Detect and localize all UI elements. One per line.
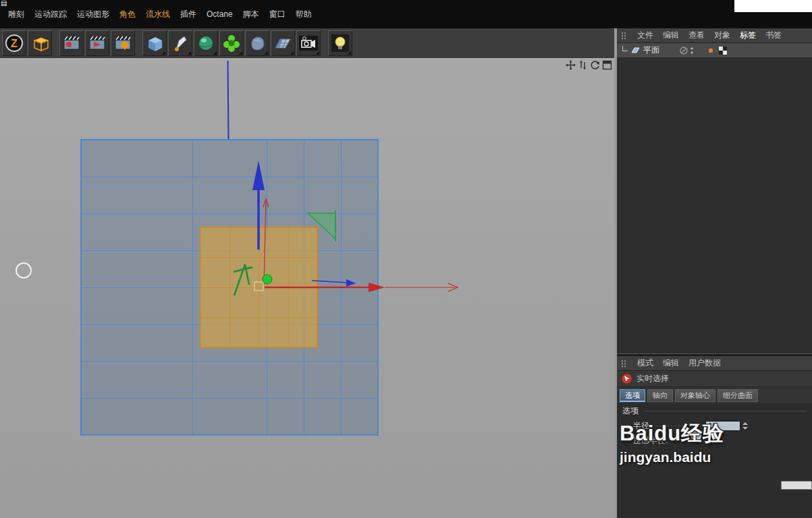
leader-dots: ············· bbox=[656, 422, 703, 430]
world-z-axis-line bbox=[228, 61, 229, 140]
toolbar: Z bbox=[0, 28, 614, 58]
tab-object-axis[interactable]: 对象轴心 bbox=[675, 389, 715, 402]
green-sphere-icon[interactable] bbox=[194, 30, 218, 56]
om-menu-edit[interactable]: 编辑 bbox=[663, 30, 679, 41]
object-name[interactable]: 平面 bbox=[643, 45, 659, 56]
section-divider-line bbox=[644, 411, 807, 411]
render-settings-icon[interactable] bbox=[111, 30, 135, 56]
toolbar-separator bbox=[322, 30, 327, 56]
z-plugin-icon[interactable]: Z bbox=[2, 30, 26, 56]
grid-handle-icon[interactable] bbox=[621, 359, 626, 368]
menu-mograph[interactable]: 运动图形 bbox=[77, 9, 109, 20]
menu-help[interactable]: 帮助 bbox=[296, 9, 312, 20]
menu-motion-tracker[interactable]: 运动跟踪 bbox=[34, 9, 67, 20]
tab-axis[interactable]: 轴向 bbox=[647, 389, 673, 402]
viewport-canvas[interactable] bbox=[0, 58, 614, 518]
section-title: 选项 bbox=[622, 405, 639, 417]
menu-character[interactable]: 角色 bbox=[119, 9, 136, 20]
visibility-slash-icon[interactable] bbox=[679, 45, 688, 56]
background-window-strip bbox=[734, 0, 812, 12]
right-panel: 文件 编辑 查看 对象 标签 书签 平面 模式 编辑 用户数据 bbox=[617, 28, 812, 518]
stone-icon[interactable] bbox=[245, 30, 269, 56]
om-menu-view[interactable]: 查看 bbox=[688, 30, 705, 41]
om-menu-bookmarks[interactable]: 书签 bbox=[765, 30, 782, 41]
pressure-radius-row[interactable]: 压感半径. bbox=[617, 433, 812, 448]
om-menu-object[interactable]: 对象 bbox=[714, 30, 730, 41]
plane-object-icon bbox=[630, 45, 641, 55]
menu-script[interactable]: 脚本 bbox=[243, 9, 259, 20]
am-menu-edit[interactable]: 编辑 bbox=[663, 357, 679, 369]
pressure-radius-label: 压感半径. bbox=[633, 435, 668, 447]
radius-input[interactable] bbox=[705, 421, 740, 431]
green-gear-icon[interactable] bbox=[219, 30, 244, 56]
object-manager-empty-area[interactable] bbox=[617, 58, 812, 353]
toolbar-separator bbox=[53, 30, 58, 56]
texture-tag-icon[interactable] bbox=[718, 45, 728, 56]
selection-center-dot[interactable] bbox=[263, 275, 272, 284]
object-manager-menubar: 文件 编辑 查看 对象 标签 书签 bbox=[617, 28, 812, 43]
wireframe-cube-icon[interactable] bbox=[28, 30, 52, 56]
brush-cursor-circle bbox=[16, 263, 31, 278]
attribute-tabs: 选项 轴向 对象轴心 细分曲面 bbox=[617, 387, 812, 403]
radius-label: 半径 bbox=[633, 420, 649, 432]
svg-text:Z: Z bbox=[11, 38, 18, 49]
om-menu-file[interactable]: 文件 bbox=[637, 30, 653, 41]
hierarchy-corner bbox=[622, 46, 628, 51]
attribute-manager-menubar: 模式 编辑 用户数据 bbox=[617, 356, 812, 371]
radius-stepper[interactable] bbox=[741, 420, 749, 432]
rotate-icon[interactable] bbox=[589, 60, 600, 70]
menu-sculpt[interactable]: 雕刻 bbox=[8, 9, 24, 20]
render-view-icon[interactable] bbox=[59, 30, 84, 56]
lightbulb-icon[interactable] bbox=[328, 30, 352, 56]
am-menu-userdata[interactable]: 用户数据 bbox=[688, 357, 721, 369]
visibility-dots-icon[interactable] bbox=[690, 45, 694, 56]
tab-subdivision-surface[interactable]: 细分曲面 bbox=[718, 389, 758, 402]
zoom-icon[interactable] bbox=[577, 60, 588, 70]
am-menu-mode[interactable]: 模式 bbox=[637, 357, 653, 369]
viewport[interactable] bbox=[0, 58, 614, 518]
bottom-right-input[interactable] bbox=[781, 481, 812, 490]
attribute-panel-rest: Baidu经验 jingyan.baidu bbox=[617, 448, 812, 518]
menu-plugins[interactable]: 插件 bbox=[180, 9, 196, 20]
live-selection-icon bbox=[621, 373, 632, 384]
active-tool-row: 实时选择 bbox=[617, 371, 812, 387]
object-row-plane[interactable]: 平面 bbox=[617, 43, 812, 58]
toggle-view-icon[interactable] bbox=[601, 60, 612, 70]
watermark-dot bbox=[691, 431, 701, 441]
radius-field-row: 半径 ············· bbox=[617, 418, 812, 433]
watermark-line2: jingyan.baidu bbox=[620, 449, 768, 465]
active-tool-label: 实时选择 bbox=[637, 373, 669, 384]
render-picture-viewer-icon[interactable] bbox=[85, 30, 109, 56]
om-menu-tags[interactable]: 标签 bbox=[740, 30, 756, 41]
layer-dot-icon[interactable] bbox=[707, 45, 714, 56]
toolbar-separator bbox=[136, 30, 141, 56]
window-corner-icon: ▤ bbox=[1, 0, 7, 7]
menu-window[interactable]: 窗口 bbox=[269, 9, 286, 20]
camera-icon[interactable] bbox=[296, 30, 321, 56]
menu-octane[interactable]: Octane bbox=[207, 9, 233, 19]
grid-plane-icon[interactable] bbox=[271, 30, 295, 56]
menu-pipeline[interactable]: 流水线 bbox=[146, 9, 170, 20]
pan-icon[interactable] bbox=[565, 60, 576, 70]
tab-options[interactable]: 选项 bbox=[620, 389, 645, 402]
options-section-header[interactable]: 选项 bbox=[617, 403, 812, 418]
viewport-nav bbox=[565, 60, 612, 70]
menubar: 雕刻 运动跟踪 运动图形 角色 流水线 插件 Octane 脚本 窗口 帮助 bbox=[0, 0, 812, 28]
grid-handle-icon[interactable] bbox=[621, 32, 626, 40]
primitive-cube-icon[interactable] bbox=[142, 30, 167, 56]
pen-spline-icon[interactable] bbox=[168, 30, 192, 56]
